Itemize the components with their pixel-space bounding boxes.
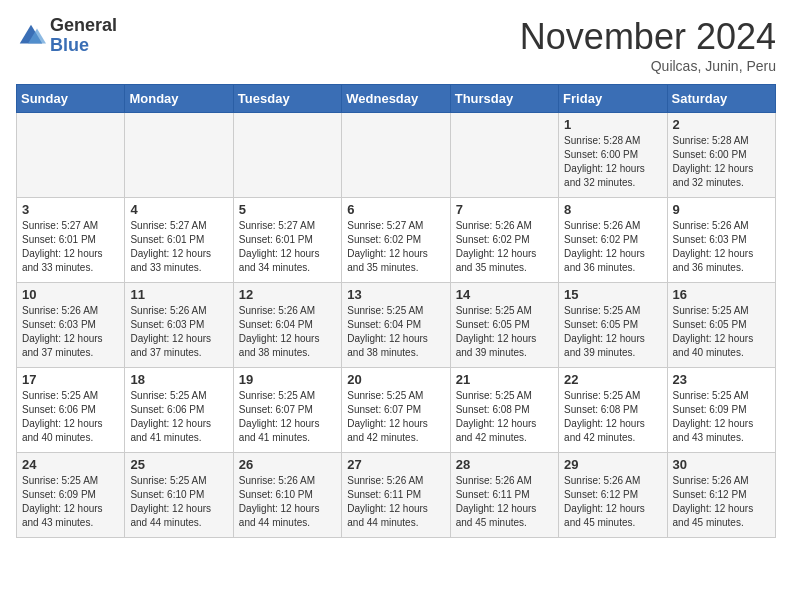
week-row-3: 10Sunrise: 5:26 AM Sunset: 6:03 PM Dayli…: [17, 283, 776, 368]
title-block: November 2024 Quilcas, Junin, Peru: [520, 16, 776, 74]
day-cell: 27Sunrise: 5:26 AM Sunset: 6:11 PM Dayli…: [342, 453, 450, 538]
day-info: Sunrise: 5:25 AM Sunset: 6:07 PM Dayligh…: [239, 389, 336, 445]
day-header-tuesday: Tuesday: [233, 85, 341, 113]
calendar-table: SundayMondayTuesdayWednesdayThursdayFrid…: [16, 84, 776, 538]
day-info: Sunrise: 5:25 AM Sunset: 6:05 PM Dayligh…: [564, 304, 661, 360]
day-header-wednesday: Wednesday: [342, 85, 450, 113]
day-cell: 24Sunrise: 5:25 AM Sunset: 6:09 PM Dayli…: [17, 453, 125, 538]
day-number: 20: [347, 372, 444, 387]
day-cell: 4Sunrise: 5:27 AM Sunset: 6:01 PM Daylig…: [125, 198, 233, 283]
day-header-monday: Monday: [125, 85, 233, 113]
day-cell: 30Sunrise: 5:26 AM Sunset: 6:12 PM Dayli…: [667, 453, 775, 538]
day-number: 15: [564, 287, 661, 302]
day-header-sunday: Sunday: [17, 85, 125, 113]
day-cell: 21Sunrise: 5:25 AM Sunset: 6:08 PM Dayli…: [450, 368, 558, 453]
day-info: Sunrise: 5:26 AM Sunset: 6:03 PM Dayligh…: [673, 219, 770, 275]
logo-icon: [16, 21, 46, 51]
day-cell: 5Sunrise: 5:27 AM Sunset: 6:01 PM Daylig…: [233, 198, 341, 283]
week-row-4: 17Sunrise: 5:25 AM Sunset: 6:06 PM Dayli…: [17, 368, 776, 453]
day-cell: 6Sunrise: 5:27 AM Sunset: 6:02 PM Daylig…: [342, 198, 450, 283]
day-cell: [233, 113, 341, 198]
day-cell: [342, 113, 450, 198]
day-info: Sunrise: 5:26 AM Sunset: 6:11 PM Dayligh…: [456, 474, 553, 530]
day-info: Sunrise: 5:25 AM Sunset: 6:05 PM Dayligh…: [673, 304, 770, 360]
day-cell: 26Sunrise: 5:26 AM Sunset: 6:10 PM Dayli…: [233, 453, 341, 538]
day-number: 10: [22, 287, 119, 302]
week-row-5: 24Sunrise: 5:25 AM Sunset: 6:09 PM Dayli…: [17, 453, 776, 538]
day-info: Sunrise: 5:26 AM Sunset: 6:10 PM Dayligh…: [239, 474, 336, 530]
day-cell: 19Sunrise: 5:25 AM Sunset: 6:07 PM Dayli…: [233, 368, 341, 453]
day-info: Sunrise: 5:25 AM Sunset: 6:07 PM Dayligh…: [347, 389, 444, 445]
day-info: Sunrise: 5:27 AM Sunset: 6:02 PM Dayligh…: [347, 219, 444, 275]
day-cell: 23Sunrise: 5:25 AM Sunset: 6:09 PM Dayli…: [667, 368, 775, 453]
day-cell: 2Sunrise: 5:28 AM Sunset: 6:00 PM Daylig…: [667, 113, 775, 198]
day-cell: 11Sunrise: 5:26 AM Sunset: 6:03 PM Dayli…: [125, 283, 233, 368]
week-row-2: 3Sunrise: 5:27 AM Sunset: 6:01 PM Daylig…: [17, 198, 776, 283]
day-cell: [450, 113, 558, 198]
day-info: Sunrise: 5:26 AM Sunset: 6:03 PM Dayligh…: [130, 304, 227, 360]
day-cell: 15Sunrise: 5:25 AM Sunset: 6:05 PM Dayli…: [559, 283, 667, 368]
day-cell: 22Sunrise: 5:25 AM Sunset: 6:08 PM Dayli…: [559, 368, 667, 453]
day-info: Sunrise: 5:26 AM Sunset: 6:02 PM Dayligh…: [456, 219, 553, 275]
logo: General Blue: [16, 16, 117, 56]
day-cell: 13Sunrise: 5:25 AM Sunset: 6:04 PM Dayli…: [342, 283, 450, 368]
day-cell: 9Sunrise: 5:26 AM Sunset: 6:03 PM Daylig…: [667, 198, 775, 283]
day-cell: 25Sunrise: 5:25 AM Sunset: 6:10 PM Dayli…: [125, 453, 233, 538]
day-info: Sunrise: 5:26 AM Sunset: 6:11 PM Dayligh…: [347, 474, 444, 530]
day-info: Sunrise: 5:25 AM Sunset: 6:10 PM Dayligh…: [130, 474, 227, 530]
day-number: 21: [456, 372, 553, 387]
day-number: 29: [564, 457, 661, 472]
day-cell: 8Sunrise: 5:26 AM Sunset: 6:02 PM Daylig…: [559, 198, 667, 283]
day-cell: [125, 113, 233, 198]
day-number: 27: [347, 457, 444, 472]
location-subtitle: Quilcas, Junin, Peru: [520, 58, 776, 74]
day-info: Sunrise: 5:25 AM Sunset: 6:09 PM Dayligh…: [22, 474, 119, 530]
day-info: Sunrise: 5:25 AM Sunset: 6:08 PM Dayligh…: [456, 389, 553, 445]
day-number: 6: [347, 202, 444, 217]
week-row-1: 1Sunrise: 5:28 AM Sunset: 6:00 PM Daylig…: [17, 113, 776, 198]
day-number: 18: [130, 372, 227, 387]
day-cell: 14Sunrise: 5:25 AM Sunset: 6:05 PM Dayli…: [450, 283, 558, 368]
day-number: 4: [130, 202, 227, 217]
day-info: Sunrise: 5:25 AM Sunset: 6:06 PM Dayligh…: [22, 389, 119, 445]
day-number: 2: [673, 117, 770, 132]
day-info: Sunrise: 5:28 AM Sunset: 6:00 PM Dayligh…: [673, 134, 770, 190]
page-header: General Blue November 2024 Quilcas, Juni…: [16, 16, 776, 74]
day-cell: 20Sunrise: 5:25 AM Sunset: 6:07 PM Dayli…: [342, 368, 450, 453]
day-cell: 18Sunrise: 5:25 AM Sunset: 6:06 PM Dayli…: [125, 368, 233, 453]
day-info: Sunrise: 5:25 AM Sunset: 6:09 PM Dayligh…: [673, 389, 770, 445]
day-number: 14: [456, 287, 553, 302]
day-cell: 3Sunrise: 5:27 AM Sunset: 6:01 PM Daylig…: [17, 198, 125, 283]
day-info: Sunrise: 5:28 AM Sunset: 6:00 PM Dayligh…: [564, 134, 661, 190]
day-number: 5: [239, 202, 336, 217]
day-number: 19: [239, 372, 336, 387]
logo-general-text: General: [50, 16, 117, 36]
day-cell: 7Sunrise: 5:26 AM Sunset: 6:02 PM Daylig…: [450, 198, 558, 283]
day-info: Sunrise: 5:27 AM Sunset: 6:01 PM Dayligh…: [130, 219, 227, 275]
day-number: 3: [22, 202, 119, 217]
day-number: 1: [564, 117, 661, 132]
day-cell: 28Sunrise: 5:26 AM Sunset: 6:11 PM Dayli…: [450, 453, 558, 538]
day-number: 9: [673, 202, 770, 217]
day-header-row: SundayMondayTuesdayWednesdayThursdayFrid…: [17, 85, 776, 113]
day-header-thursday: Thursday: [450, 85, 558, 113]
day-cell: 16Sunrise: 5:25 AM Sunset: 6:05 PM Dayli…: [667, 283, 775, 368]
logo-blue-text: Blue: [50, 36, 117, 56]
day-cell: 12Sunrise: 5:26 AM Sunset: 6:04 PM Dayli…: [233, 283, 341, 368]
day-number: 11: [130, 287, 227, 302]
day-info: Sunrise: 5:27 AM Sunset: 6:01 PM Dayligh…: [22, 219, 119, 275]
day-info: Sunrise: 5:25 AM Sunset: 6:04 PM Dayligh…: [347, 304, 444, 360]
day-info: Sunrise: 5:26 AM Sunset: 6:03 PM Dayligh…: [22, 304, 119, 360]
day-info: Sunrise: 5:25 AM Sunset: 6:05 PM Dayligh…: [456, 304, 553, 360]
day-info: Sunrise: 5:26 AM Sunset: 6:04 PM Dayligh…: [239, 304, 336, 360]
day-cell: 17Sunrise: 5:25 AM Sunset: 6:06 PM Dayli…: [17, 368, 125, 453]
day-number: 12: [239, 287, 336, 302]
month-title: November 2024: [520, 16, 776, 58]
day-info: Sunrise: 5:25 AM Sunset: 6:08 PM Dayligh…: [564, 389, 661, 445]
day-info: Sunrise: 5:27 AM Sunset: 6:01 PM Dayligh…: [239, 219, 336, 275]
day-number: 24: [22, 457, 119, 472]
day-cell: 10Sunrise: 5:26 AM Sunset: 6:03 PM Dayli…: [17, 283, 125, 368]
day-number: 7: [456, 202, 553, 217]
day-number: 26: [239, 457, 336, 472]
day-cell: 1Sunrise: 5:28 AM Sunset: 6:00 PM Daylig…: [559, 113, 667, 198]
